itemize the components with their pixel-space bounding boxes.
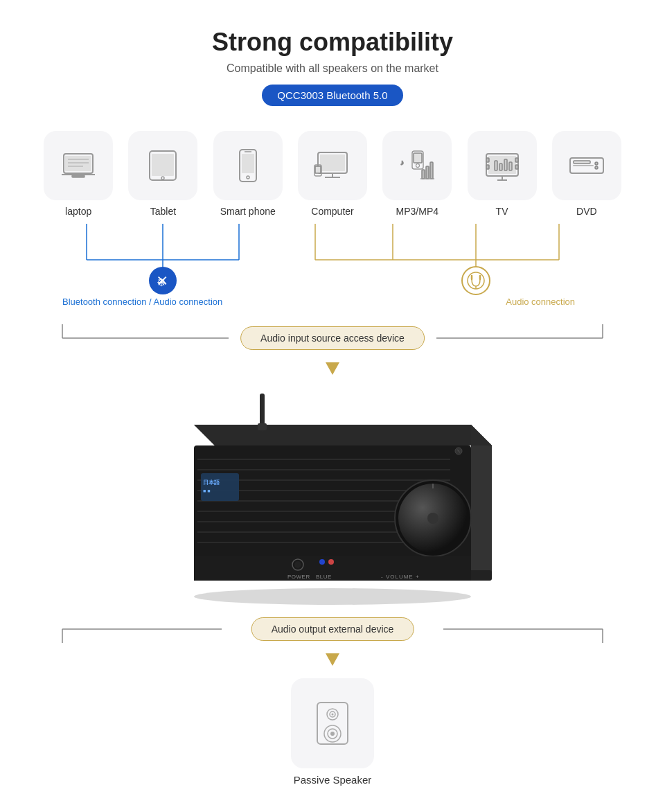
svg-text:■ ■: ■ ■ <box>203 488 210 493</box>
output-lines-row: Audio output external device <box>48 612 617 646</box>
svg-text:POWER: POWER <box>287 574 310 580</box>
connection-svg: ⨯ ⎈ <box>48 224 617 307</box>
amplifier-image-wrapper: 日本語 ■ ■ POWER BLUE - VOLUME <box>48 383 617 605</box>
svg-text:- VOLUME +: - VOLUME + <box>381 574 420 580</box>
svg-rect-38 <box>499 164 502 170</box>
tv-label: TV <box>496 206 508 217</box>
svg-point-44 <box>595 166 598 169</box>
svg-rect-85 <box>201 473 239 501</box>
device-smartphone: Smart phone <box>211 131 285 217</box>
svg-rect-25 <box>430 162 433 179</box>
input-arrow-svg <box>322 355 343 376</box>
svg-point-94 <box>294 561 301 568</box>
svg-rect-30 <box>486 158 489 162</box>
svg-rect-39 <box>504 159 507 170</box>
laptop-icon <box>58 145 98 186</box>
page-title: Strong compatibility <box>212 28 453 57</box>
svg-rect-24 <box>426 166 429 179</box>
smartphone-label: Smart phone <box>220 206 276 217</box>
device-laptop: laptop <box>42 131 115 217</box>
tv-icon-box <box>468 131 537 200</box>
output-arrow <box>48 646 617 667</box>
svg-point-12 <box>247 176 249 179</box>
input-label-box: Audio input source access device <box>240 326 425 350</box>
svg-rect-15 <box>320 155 345 171</box>
dvd-label: DVD <box>576 206 597 217</box>
svg-text:⎈: ⎈ <box>157 274 166 289</box>
svg-rect-31 <box>486 165 489 169</box>
computer-label: Computer <box>311 206 353 217</box>
svg-rect-8 <box>152 154 174 176</box>
audio-connection-label: Audio connection <box>506 297 575 307</box>
tablet-icon-box <box>128 131 197 200</box>
svg-point-9 <box>161 177 164 179</box>
svg-rect-11 <box>242 154 254 173</box>
svg-rect-19 <box>315 166 321 173</box>
device-tv: TV <box>465 131 538 217</box>
amplifier-section: Audio input source access device <box>48 321 617 786</box>
speaker-icon-box <box>291 678 374 768</box>
svg-rect-103 <box>258 423 267 430</box>
svg-rect-37 <box>495 161 497 170</box>
svg-point-97 <box>328 559 334 565</box>
connection-diagram: ⨯ ⎈ Bluetooth connection / Audio connect… <box>48 224 617 307</box>
laptop-icon-box <box>44 131 113 200</box>
dvd-icon-box <box>552 131 621 200</box>
amplifier-image: 日本語 ■ ■ POWER BLUE - VOLUME <box>139 383 526 605</box>
tv-icon <box>482 145 522 186</box>
svg-point-43 <box>595 162 598 165</box>
mp3-icon-box: ♪ <box>382 131 452 200</box>
tablet-icon <box>143 145 183 186</box>
tablet-label: Tablet <box>150 206 176 217</box>
svg-rect-33 <box>515 165 518 169</box>
svg-marker-69 <box>326 362 339 375</box>
smartphone-icon-box <box>213 131 283 200</box>
speaker-label: Passive Speaker <box>294 774 372 786</box>
svg-point-22 <box>416 164 420 168</box>
svg-text:日本語: 日本語 <box>203 479 220 486</box>
svg-rect-26 <box>422 170 425 179</box>
output-arrow-svg <box>322 646 343 667</box>
svg-rect-3 <box>65 156 91 171</box>
speaker-icon <box>312 699 353 748</box>
svg-marker-74 <box>194 425 492 445</box>
svg-point-96 <box>319 559 325 565</box>
devices-row: laptop Tablet S <box>42 131 623 217</box>
svg-point-70 <box>194 588 471 605</box>
svg-rect-21 <box>414 153 422 163</box>
svg-rect-45 <box>574 161 590 164</box>
device-mp3: ♪ MP3/MP4 <box>380 131 454 217</box>
svg-text:♪: ♪ <box>400 159 404 166</box>
computer-icon-box <box>298 131 367 200</box>
device-computer: Computer <box>296 131 369 217</box>
svg-point-90 <box>427 513 438 524</box>
device-dvd: DVD <box>550 131 623 217</box>
mp3-label: MP3/MP4 <box>396 206 438 217</box>
svg-rect-2 <box>72 175 85 177</box>
dvd-icon <box>567 145 607 186</box>
svg-point-115 <box>330 732 335 736</box>
bluetooth-badge: QCC3003 Bluetooth 5.0 <box>262 85 402 106</box>
device-tablet: Tablet <box>126 131 200 217</box>
mp3-icon: ♪ <box>397 145 437 186</box>
laptop-label: laptop <box>65 206 91 217</box>
bluetooth-connection-label: Bluetooth connection / Audio connection <box>62 297 222 307</box>
svg-marker-108 <box>326 653 339 666</box>
svg-rect-32 <box>515 158 518 162</box>
svg-text:BLUE: BLUE <box>316 574 332 580</box>
svg-point-112 <box>332 714 334 716</box>
svg-rect-40 <box>509 162 512 170</box>
subtitle: Compatible with all speakers on the mark… <box>227 62 438 75</box>
computer-icon <box>312 145 353 186</box>
svg-marker-73 <box>471 425 492 574</box>
smartphone-icon <box>228 145 268 186</box>
input-lines-row: Audio input source access device <box>48 321 617 355</box>
input-arrow <box>48 355 617 376</box>
passive-speaker-section: Passive Speaker <box>48 673 617 786</box>
output-label-box: Audio output external device <box>251 617 414 641</box>
